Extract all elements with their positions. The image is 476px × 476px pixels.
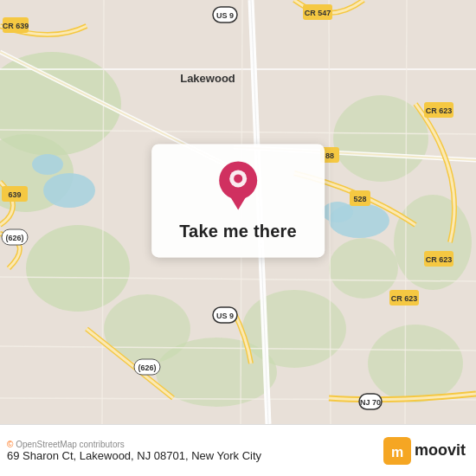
svg-text:Lakewood: Lakewood <box>180 72 235 85</box>
moovit-icon: m <box>383 437 411 465</box>
address-text: 69 Sharon Ct, Lakewood, NJ 08701, New Yo… <box>7 449 261 462</box>
location-pin-icon <box>215 159 261 213</box>
svg-point-8 <box>329 238 398 299</box>
overlay-card: Take me there <box>151 144 325 257</box>
svg-point-3 <box>26 225 130 312</box>
svg-text:m: m <box>391 445 403 460</box>
svg-text:639: 639 <box>8 190 21 199</box>
svg-text:(626): (626) <box>138 363 156 372</box>
svg-text:US 9: US 9 <box>216 312 234 320</box>
copyright-symbol: © <box>7 440 13 449</box>
svg-text:CR 623: CR 623 <box>426 255 453 264</box>
svg-text:CR 639: CR 639 <box>3 22 29 30</box>
attribution: © OpenStreetMap contributors <box>7 440 261 449</box>
svg-text:NJ 70: NJ 70 <box>360 398 381 407</box>
svg-text:CR 623: CR 623 <box>391 294 418 303</box>
svg-point-11 <box>43 173 95 208</box>
svg-text:(626): (626) <box>5 234 23 242</box>
svg-text:88: 88 <box>325 151 334 160</box>
map-container: CR 639 639 US 9 CR 547 88 528 CR 623 CR … <box>0 0 476 424</box>
address-block: © OpenStreetMap contributors 69 Sharon C… <box>7 440 261 462</box>
svg-point-60 <box>234 174 242 183</box>
attribution-text: OpenStreetMap contributors <box>16 440 125 449</box>
take-me-there-button[interactable]: Take me there <box>179 220 297 243</box>
svg-point-14 <box>322 202 353 222</box>
moovit-text: moovit <box>415 441 466 460</box>
svg-point-10 <box>368 325 463 402</box>
bottom-bar: © OpenStreetMap contributors 69 Sharon C… <box>0 424 476 476</box>
moovit-logo: m moovit <box>383 437 466 465</box>
svg-text:US 9: US 9 <box>216 11 234 20</box>
svg-point-6 <box>333 95 428 182</box>
svg-text:CR 623: CR 623 <box>426 106 453 115</box>
svg-point-12 <box>32 154 63 175</box>
svg-text:528: 528 <box>353 195 366 203</box>
svg-text:CR 547: CR 547 <box>305 9 331 17</box>
svg-marker-58 <box>228 192 248 209</box>
